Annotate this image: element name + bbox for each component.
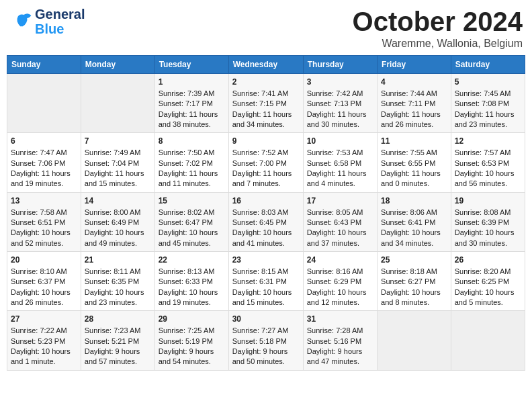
day-number: 15 [159, 195, 225, 207]
daylight-text: Daylight: 9 hours and 54 minutes. [159, 347, 214, 365]
daylight-text: Daylight: 10 hours and 56 minutes. [455, 169, 515, 187]
sunset-text: Sunset: 6:35 PM [85, 277, 139, 285]
col-header-wednesday: Wednesday [228, 56, 303, 74]
calendar-cell: 8Sunrise: 7:50 AMSunset: 7:02 PMDaylight… [154, 133, 228, 192]
calendar-cell: 30Sunrise: 7:27 AMSunset: 5:18 PMDayligh… [228, 311, 303, 370]
daylight-text: Daylight: 11 hours and 11 minutes. [159, 169, 218, 187]
daylight-text: Daylight: 10 hours and 45 minutes. [159, 228, 218, 246]
daylight-text: Daylight: 11 hours and 19 minutes. [11, 169, 71, 187]
day-number: 26 [455, 255, 521, 266]
day-number: 22 [159, 255, 225, 266]
calendar-cell [451, 311, 525, 370]
day-number: 17 [307, 195, 373, 207]
daylight-text: Daylight: 10 hours and 5 minutes. [455, 288, 515, 306]
sunset-text: Sunset: 6:49 PM [85, 218, 139, 226]
sunset-text: Sunset: 6:55 PM [381, 159, 435, 167]
sunrise-text: Sunrise: 8:16 AM [307, 267, 363, 275]
calendar-cell [7, 74, 81, 133]
calendar-cell: 29Sunrise: 7:25 AMSunset: 5:19 PMDayligh… [154, 311, 228, 370]
sunrise-text: Sunrise: 8:03 AM [232, 208, 289, 216]
sunset-text: Sunset: 6:31 PM [232, 277, 287, 285]
sunset-text: Sunset: 6:39 PM [455, 218, 509, 226]
sunset-text: Sunset: 6:58 PM [307, 159, 361, 167]
calendar-header-row: SundayMondayTuesdayWednesdayThursdayFrid… [7, 56, 525, 74]
day-number: 19 [455, 195, 521, 207]
sunset-text: Sunset: 7:00 PM [232, 159, 287, 167]
daylight-text: Daylight: 10 hours and 49 minutes. [85, 228, 144, 246]
calendar-cell [81, 74, 154, 133]
sunset-text: Sunset: 6:33 PM [159, 277, 213, 285]
logo-icon [9, 9, 34, 34]
col-header-thursday: Thursday [303, 56, 377, 74]
sunrise-text: Sunrise: 7:49 AM [85, 148, 141, 156]
sunset-text: Sunset: 7:04 PM [85, 159, 139, 167]
calendar-cell: 11Sunrise: 7:55 AMSunset: 6:55 PMDayligh… [378, 133, 451, 192]
sunset-text: Sunset: 6:37 PM [11, 277, 65, 285]
calendar-cell: 20Sunrise: 8:10 AMSunset: 6:37 PMDayligh… [7, 252, 81, 311]
month-title: October 2024 [353, 7, 523, 36]
daylight-text: Daylight: 10 hours and 26 minutes. [11, 288, 71, 306]
calendar-cell: 18Sunrise: 8:06 AMSunset: 6:41 PMDayligh… [378, 192, 451, 251]
sunset-text: Sunset: 7:15 PM [232, 99, 287, 107]
sunrise-text: Sunrise: 7:39 AM [159, 89, 215, 97]
day-number: 7 [85, 136, 151, 147]
sunset-text: Sunset: 5:19 PM [159, 337, 213, 345]
sunrise-text: Sunrise: 7:47 AM [11, 148, 67, 156]
sunrise-text: Sunrise: 8:02 AM [159, 208, 215, 216]
calendar-cell: 6Sunrise: 7:47 AMSunset: 7:06 PMDaylight… [7, 133, 81, 192]
calendar-week-2: 6Sunrise: 7:47 AMSunset: 7:06 PMDaylight… [7, 133, 525, 192]
calendar-cell: 22Sunrise: 8:13 AMSunset: 6:33 PMDayligh… [154, 252, 228, 311]
day-number: 31 [307, 314, 373, 325]
calendar-cell: 1Sunrise: 7:39 AMSunset: 7:17 PMDaylight… [154, 74, 228, 133]
day-number: 5 [455, 77, 521, 88]
col-header-saturday: Saturday [451, 56, 525, 74]
calendar-cell: 15Sunrise: 8:02 AMSunset: 6:47 PMDayligh… [154, 192, 228, 251]
daylight-text: Daylight: 10 hours and 19 minutes. [159, 288, 218, 306]
calendar-cell: 14Sunrise: 8:00 AMSunset: 6:49 PMDayligh… [81, 192, 154, 251]
title-area: October 2024 Waremme, Wallonia, Belgium [353, 7, 523, 50]
sunrise-text: Sunrise: 7:45 AM [455, 89, 511, 97]
sunset-text: Sunset: 7:08 PM [455, 99, 509, 107]
sunrise-text: Sunrise: 7:52 AM [232, 148, 289, 156]
sunset-text: Sunset: 6:43 PM [307, 218, 361, 226]
daylight-text: Daylight: 10 hours and 52 minutes. [11, 228, 71, 246]
sunset-text: Sunset: 6:27 PM [381, 277, 435, 285]
sunset-text: Sunset: 5:16 PM [307, 337, 361, 345]
logo-blue-text: Blue [35, 21, 85, 36]
day-number: 1 [159, 77, 225, 88]
calendar-cell: 7Sunrise: 7:49 AMSunset: 7:04 PMDaylight… [81, 133, 154, 192]
header: General Blue October 2024 Waremme, Wallo… [7, 7, 525, 50]
day-number: 25 [381, 255, 447, 266]
daylight-text: Daylight: 9 hours and 50 minutes. [232, 347, 288, 365]
daylight-text: Daylight: 11 hours and 4 minutes. [307, 169, 367, 187]
day-number: 23 [232, 255, 300, 266]
day-number: 16 [232, 195, 300, 207]
day-number: 12 [455, 136, 521, 147]
sunset-text: Sunset: 6:41 PM [381, 218, 435, 226]
sunset-text: Sunset: 6:25 PM [455, 277, 509, 285]
daylight-text: Daylight: 9 hours and 47 minutes. [307, 347, 363, 365]
day-number: 13 [11, 195, 77, 207]
calendar-cell: 2Sunrise: 7:41 AMSunset: 7:15 PMDaylight… [228, 74, 303, 133]
col-header-tuesday: Tuesday [154, 56, 228, 74]
calendar-cell: 9Sunrise: 7:52 AMSunset: 7:00 PMDaylight… [228, 133, 303, 192]
day-number: 9 [232, 136, 300, 147]
day-number: 3 [307, 77, 373, 88]
sunrise-text: Sunrise: 7:53 AM [307, 148, 363, 156]
calendar-cell: 31Sunrise: 7:28 AMSunset: 5:16 PMDayligh… [303, 311, 377, 370]
calendar-cell: 3Sunrise: 7:42 AMSunset: 7:13 PMDaylight… [303, 74, 377, 133]
calendar-cell: 26Sunrise: 8:20 AMSunset: 6:25 PMDayligh… [451, 252, 525, 311]
calendar-cell: 28Sunrise: 7:23 AMSunset: 5:21 PMDayligh… [81, 311, 154, 370]
daylight-text: Daylight: 10 hours and 41 minutes. [232, 228, 292, 246]
sunrise-text: Sunrise: 8:05 AM [307, 208, 363, 216]
daylight-text: Daylight: 10 hours and 34 minutes. [381, 228, 441, 246]
sunset-text: Sunset: 6:51 PM [11, 218, 65, 226]
sunrise-text: Sunrise: 8:10 AM [11, 267, 67, 275]
sunrise-text: Sunrise: 8:13 AM [159, 267, 215, 275]
sunrise-text: Sunrise: 7:28 AM [307, 326, 363, 334]
sunrise-text: Sunrise: 7:44 AM [381, 89, 437, 97]
sunrise-text: Sunrise: 7:50 AM [159, 148, 215, 156]
day-number: 24 [307, 255, 373, 266]
calendar-week-5: 27Sunrise: 7:22 AMSunset: 5:23 PMDayligh… [7, 311, 525, 370]
sunrise-text: Sunrise: 7:58 AM [11, 208, 67, 216]
